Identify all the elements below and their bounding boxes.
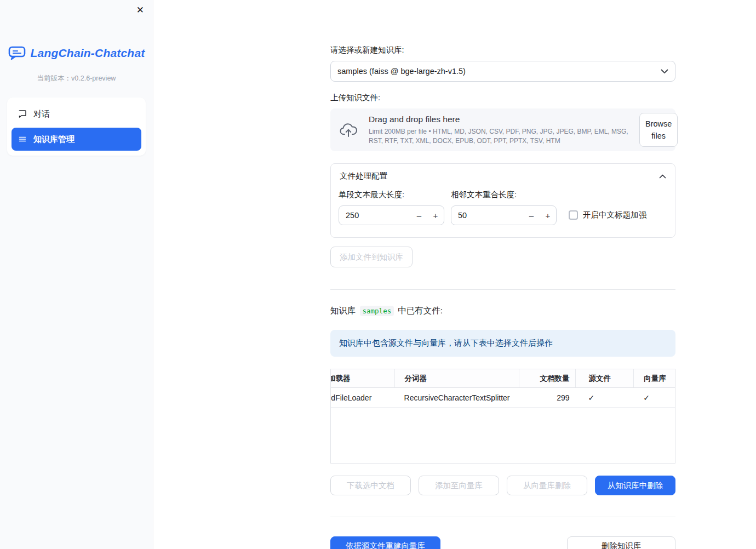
cloud-upload-icon <box>339 122 360 138</box>
checkbox-box[interactable] <box>569 210 578 220</box>
cell-source-file-check: ✓ <box>575 388 634 407</box>
checkbox-label: 开启中文标题加强 <box>583 210 646 220</box>
column-header-splitter[interactable]: 分词器 <box>394 369 519 387</box>
table-actions: 下载选中文档 添加至向量库 从向量库删除 从知识库中删除 <box>330 476 675 495</box>
sidebar-menu: 对话 知识库管理 <box>7 98 146 156</box>
kb-select-value: samples (faiss @ bge-large-zh-v1.5) <box>337 67 466 76</box>
footer-actions: 依据源文件重建向量库 删除知识库 <box>330 536 675 549</box>
minus-button[interactable]: – <box>411 211 427 220</box>
table-row[interactable]: UnstructuredFileLoader RecursiveCharacte… <box>331 388 675 408</box>
kb-select[interactable]: samples (faiss @ bge-large-zh-v1.5) <box>330 61 675 82</box>
dropzone-limit-text: Limit 200MB per file • HTML, MD, JSON, C… <box>369 127 631 146</box>
overlap-length-value: 50 <box>458 211 467 220</box>
sidebar-close-icon[interactable]: ✕ <box>134 3 146 17</box>
file-dropzone[interactable]: Drag and drop files here Limit 200MB per… <box>330 108 675 151</box>
main-area: 请选择或新建知识库: samples (faiss @ bge-large-zh… <box>153 0 756 549</box>
overlap-length-input[interactable]: 50 – + <box>451 205 557 225</box>
plus-button[interactable]: + <box>540 211 556 220</box>
file-config-expander: 文件处理配置 单段文本最大长度: 250 – + <box>330 163 675 238</box>
delete-kb-button[interactable]: 删除知识库 <box>567 536 675 549</box>
app-logo: LangChain-Chatchat <box>0 46 153 60</box>
existing-prefix: 知识库 <box>330 305 356 317</box>
sidebar-item-knowledge-base[interactable]: 知识库管理 <box>12 128 141 151</box>
delete-from-vector-store-button[interactable]: 从向量库删除 <box>507 476 587 495</box>
max-length-label: 单段文本最大长度: <box>339 190 444 200</box>
max-length-value: 250 <box>346 211 359 220</box>
sidebar-item-label: 知识库管理 <box>33 134 75 145</box>
expander-title: 文件处理配置 <box>340 171 387 181</box>
zh-title-enhance-checkbox[interactable]: 开启中文标题加强 <box>569 210 646 220</box>
cell-doc-count: 299 <box>519 388 575 407</box>
browse-files-button[interactable]: Browse files <box>639 113 678 147</box>
table-header-row: 文档加载器 分词器 文档数量 源文件 向量库 <box>331 369 675 388</box>
sidebar-item-chat[interactable]: 对话 <box>12 102 141 125</box>
sidebar-item-label: 对话 <box>33 109 50 119</box>
kb-select-label: 请选择或新建知识库: <box>330 45 675 55</box>
files-table: 文档加载器 分词器 文档数量 源文件 向量库 UnstructuredFileL… <box>330 369 675 464</box>
dropzone-instruction: Drag and drop files here <box>369 115 631 124</box>
cell-loader: UnstructuredFileLoader <box>331 388 394 407</box>
logo-text: LangChain-Chatchat <box>31 47 145 60</box>
chevron-down-icon <box>661 69 668 74</box>
chevron-up-icon <box>659 174 666 179</box>
divider <box>330 517 675 517</box>
column-header-vector-store[interactable]: 向量库 <box>633 369 675 387</box>
add-files-to-kb-button[interactable]: 添加文件到知识库 <box>330 247 413 267</box>
logo-chat-icon <box>8 46 26 60</box>
list-icon <box>18 135 27 144</box>
info-alert: 知识库中包含源文件与向量库，请从下表中选择文件后操作 <box>330 330 675 357</box>
minus-button[interactable]: – <box>523 211 540 220</box>
plus-button[interactable]: + <box>427 211 444 220</box>
uploader-label: 上传知识文件: <box>330 93 675 103</box>
column-header-doc-count[interactable]: 文档数量 <box>519 369 575 387</box>
divider <box>330 289 675 290</box>
rebuild-vector-store-button[interactable]: 依据源文件重建向量库 <box>330 536 440 549</box>
existing-files-heading: 知识库 samples 中已有文件: <box>330 305 675 317</box>
cell-vector-store-check: ✓ <box>633 388 675 407</box>
version-label: 当前版本：v0.2.6-preview <box>0 74 153 83</box>
existing-suffix: 中已有文件: <box>398 305 443 317</box>
column-header-source-file[interactable]: 源文件 <box>575 369 634 387</box>
sidebar: ✕ LangChain-Chatchat 当前版本：v0.2.6-preview… <box>0 0 153 549</box>
add-to-vector-store-button[interactable]: 添加至向量库 <box>419 476 499 495</box>
delete-from-kb-button[interactable]: 从知识库中删除 <box>595 476 675 495</box>
chat-bubble-icon <box>18 110 27 118</box>
max-length-input[interactable]: 250 – + <box>339 205 444 225</box>
file-config-expander-header[interactable]: 文件处理配置 <box>331 164 675 188</box>
download-selected-button[interactable]: 下载选中文档 <box>330 476 411 495</box>
kb-name-code: samples <box>360 306 394 316</box>
column-header-loader[interactable]: 文档加载器 <box>331 369 394 387</box>
cell-splitter: RecursiveCharacterTextSplitter <box>394 388 519 407</box>
overlap-length-label: 相邻文本重合长度: <box>451 190 557 200</box>
